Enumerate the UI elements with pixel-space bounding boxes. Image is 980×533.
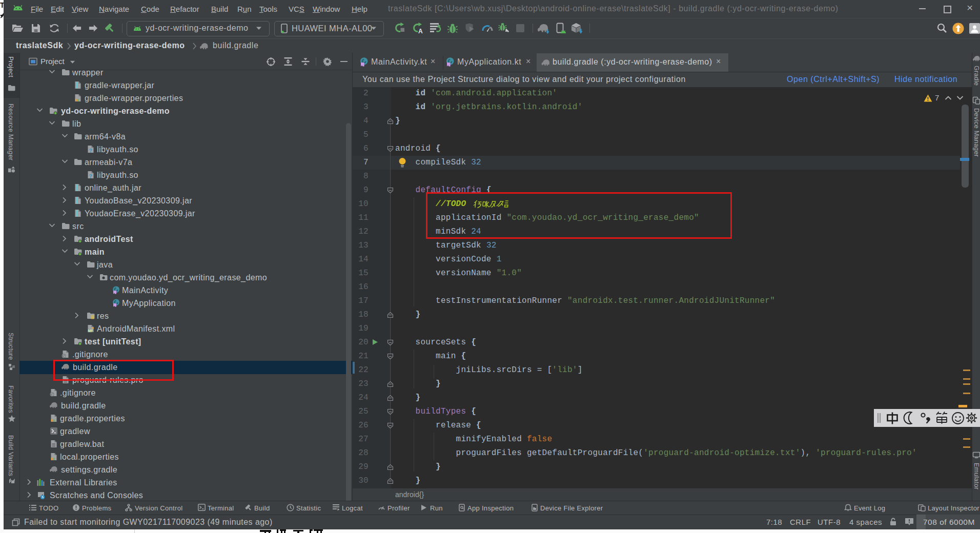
svg-text:A: A (418, 28, 423, 34)
